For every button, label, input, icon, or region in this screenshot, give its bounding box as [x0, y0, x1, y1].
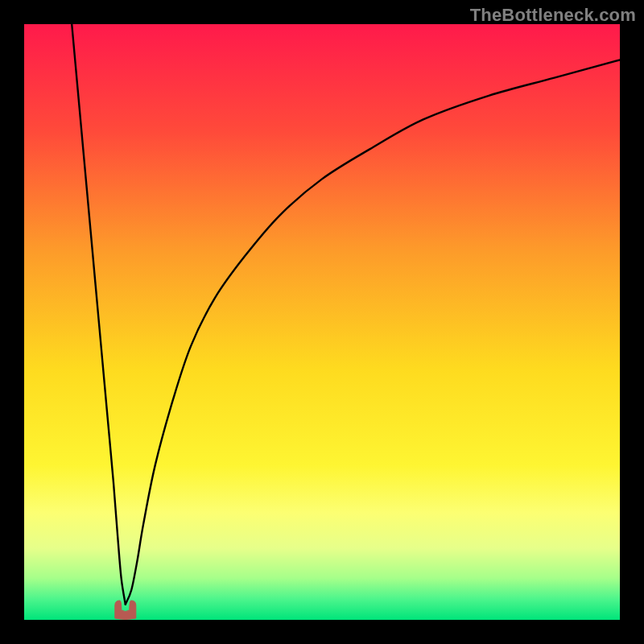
- plot-area: [24, 24, 620, 620]
- watermark-text: TheBottleneck.com: [470, 5, 636, 26]
- chart-frame: TheBottleneck.com: [0, 0, 644, 644]
- chart-svg: [24, 24, 620, 620]
- gradient-background: [24, 24, 620, 620]
